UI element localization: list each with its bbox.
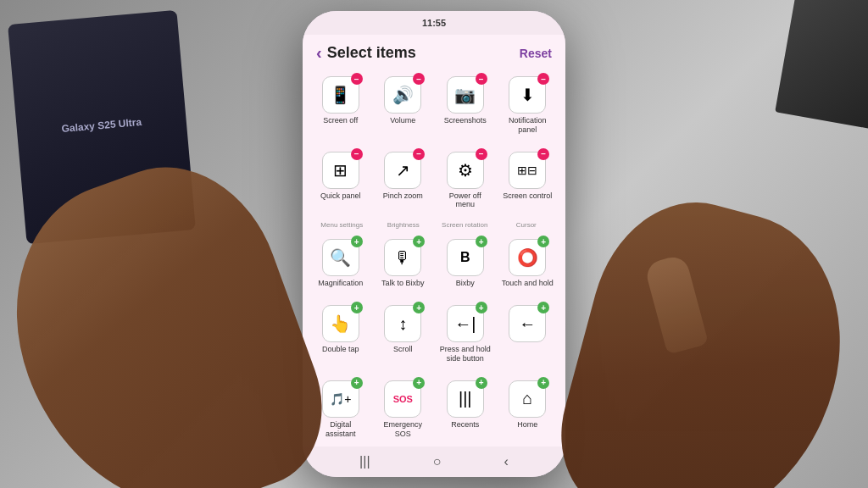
double-tap-icon-box: 👆 + (322, 305, 359, 342)
bixby-icon-box: B + (447, 239, 484, 276)
item-screen-off[interactable]: 📱 − Screen off (311, 71, 370, 140)
screen-off-icon-box: 📱 − (322, 76, 359, 114)
scroll-icon-box: ↕ + (384, 305, 421, 342)
item-bixby[interactable]: B + Bixby (436, 234, 495, 293)
grid-row-1: 📱 − Screen off 🔊 − Volume 📷 − (303, 68, 565, 143)
screen-off-icon: 📱 (330, 85, 351, 105)
grid-row-2: ⊞ − Quick panel ↗ − Pinch zoom ⚙ − (303, 143, 565, 219)
quick-panel-badge: − (351, 148, 363, 160)
home-icon-box: ⌂ + (509, 380, 546, 418)
digital-assistant-icon-box: 🎵+ + (322, 380, 359, 418)
notification-panel-icon-box: ⬇ − (509, 76, 546, 114)
home-nav-button[interactable]: ○ (433, 454, 442, 469)
recents-icon-box: ||| + (447, 380, 484, 418)
screen-control-label: Screen control (503, 191, 552, 201)
notification-panel-label: Notification panel (502, 116, 554, 135)
grid-row-3: 🔍 + Magnification 🎙 + Talk to Bixby B (303, 230, 565, 297)
magnification-icon-box: 🔍 + (322, 239, 359, 276)
notification-panel-badge: − (537, 73, 549, 85)
item-talk-to-bixby[interactable]: 🎙 + Talk to Bixby (374, 234, 433, 293)
items-grid-row5: 🎵+ + Digital assistant SOS + Emergency S… (311, 375, 557, 444)
emergency-sos-badge: + (413, 377, 425, 389)
back-icon[interactable]: ‹ (316, 43, 322, 63)
magnification-label: Magnification (318, 279, 363, 288)
reset-button[interactable]: Reset (520, 47, 552, 60)
header: ‹ Select items Reset (303, 35, 565, 68)
power-off-menu-label: Power off menu (439, 191, 492, 210)
extra-badge: + (537, 302, 549, 313)
pinch-zoom-icon: ↗ (396, 160, 410, 180)
section-cursor: Cursor (496, 221, 558, 229)
item-scroll[interactable]: ↕ + Scroll (374, 300, 433, 369)
press-hold-side-icon-box: ←| + (447, 305, 484, 342)
section-screen-rotation: Screen rotation (434, 221, 496, 229)
item-pinch-zoom[interactable]: ↗ − Pinch zoom (374, 147, 433, 215)
recents-icon: ||| (459, 389, 472, 408)
navigation-bar: ||| ○ ‹ (303, 446, 565, 477)
talk-to-bixby-icon: 🎙 (394, 248, 411, 268)
item-digital-assistant[interactable]: 🎵+ + Digital assistant (311, 375, 370, 444)
item-magnification[interactable]: 🔍 + Magnification (311, 234, 370, 293)
volume-label: Volume (390, 116, 415, 125)
bixby-label: Bixby (456, 279, 475, 288)
items-grid-row1: 📱 − Screen off 🔊 − Volume 📷 − (311, 71, 557, 140)
touch-and-hold-label: Touch and hold (502, 279, 554, 288)
notification-panel-icon: ⬇ (520, 85, 535, 105)
talk-to-bixby-icon-box: 🎙 + (384, 239, 421, 276)
double-tap-label: Double tap (322, 345, 359, 354)
talk-to-bixby-label: Talk to Bixby (381, 279, 425, 288)
recents-nav-button[interactable]: ||| (359, 454, 370, 469)
item-screenshots[interactable]: 📷 − Screenshots (436, 71, 495, 140)
digital-assistant-badge: + (351, 377, 363, 389)
power-off-menu-badge: − (476, 148, 487, 160)
screen-content[interactable]: ‹ Select items Reset 📱 − Screen off 🔊 (303, 35, 565, 446)
power-off-menu-icon: ⚙ (458, 160, 473, 180)
emergency-sos-icon-box: SOS + (384, 380, 421, 418)
status-bar: 11:55 (303, 11, 565, 35)
item-power-off-menu[interactable]: ⚙ − Power off menu (436, 147, 495, 215)
item-quick-panel[interactable]: ⊞ − Quick panel (311, 147, 370, 215)
double-tap-badge: + (351, 302, 363, 313)
header-left: ‹ Select items (316, 43, 416, 63)
extra-icon: ← (519, 314, 536, 334)
box-brand: Galaxy S25 Ultra (61, 116, 142, 135)
magnification-badge: + (351, 236, 363, 247)
digital-assistant-label: Digital assistant (314, 420, 367, 439)
touch-and-hold-icon-box: ⭕ + (509, 239, 546, 276)
recents-badge: + (476, 377, 487, 389)
screen-control-icon-box: ⊞⊟ − (509, 152, 546, 189)
home-badge: + (537, 377, 549, 389)
volume-icon-box: 🔊 − (384, 76, 421, 114)
power-off-menu-icon-box: ⚙ − (447, 152, 484, 189)
emergency-sos-label: Emergency SOS (377, 420, 430, 439)
item-touch-and-hold[interactable]: ⭕ + Touch and hold (498, 234, 558, 293)
item-press-hold-side[interactable]: ←| + Press and hold side button (436, 300, 495, 369)
item-double-tap[interactable]: 👆 + Double tap (311, 300, 370, 369)
home-icon: ⌂ (522, 389, 532, 408)
item-volume[interactable]: 🔊 − Volume (374, 71, 433, 140)
scroll-label: Scroll (393, 345, 413, 354)
back-nav-button[interactable]: ‹ (504, 454, 509, 469)
phone-frame: 11:55 ‹ Select items Reset 📱 − Screen of… (303, 11, 565, 477)
press-hold-side-label: Press and hold side button (439, 345, 492, 363)
items-grid-row4: 👆 + Double tap ↕ + Scroll ←| + (311, 300, 557, 369)
page-title: Select items (327, 44, 416, 62)
screen-control-icon: ⊞⊟ (517, 164, 537, 177)
magnification-icon: 🔍 (330, 247, 351, 268)
item-home[interactable]: ⌂ + Home (498, 375, 558, 444)
item-emergency-sos[interactable]: SOS + Emergency SOS (374, 375, 433, 444)
emergency-sos-icon: SOS (393, 394, 413, 404)
screen-off-badge: − (351, 73, 363, 85)
quick-panel-icon-box: ⊞ − (322, 152, 359, 189)
quick-panel-label: Quick panel (320, 191, 361, 201)
screen-off-label: Screen off (323, 116, 358, 125)
item-screen-control[interactable]: ⊞⊟ − Screen control (498, 147, 558, 215)
item-extra[interactable]: ← + (498, 300, 558, 369)
quick-panel-icon: ⊞ (333, 160, 348, 180)
pinch-zoom-label: Pinch zoom (383, 191, 423, 201)
bixby-icon: B (460, 250, 470, 265)
screenshots-icon-box: 📷 − (447, 76, 484, 114)
item-notification-panel[interactable]: ⬇ − Notification panel (498, 71, 558, 140)
item-recents[interactable]: ||| + Recents (436, 375, 495, 444)
scroll-icon: ↕ (398, 314, 407, 334)
